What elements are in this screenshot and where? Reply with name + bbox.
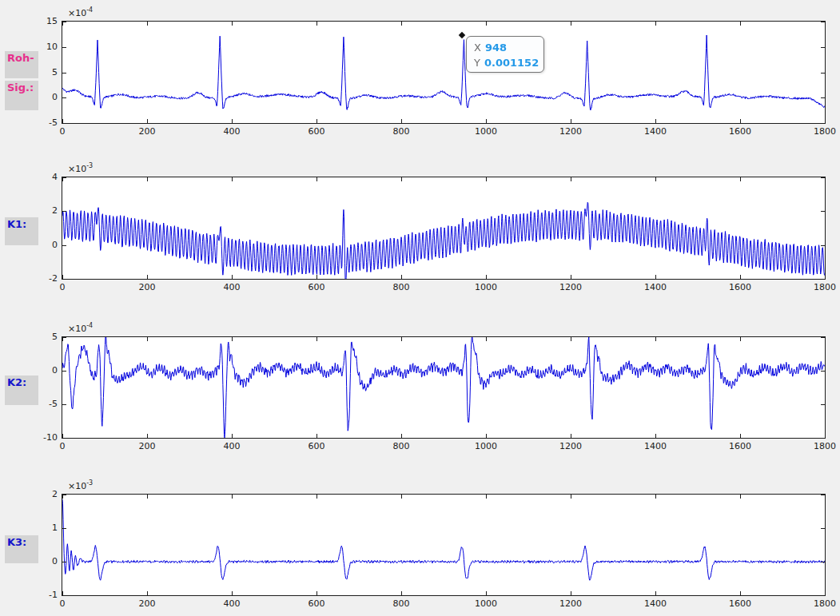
x-tick-label: 200 bbox=[128, 598, 166, 609]
plot-k2[interactable] bbox=[62, 336, 826, 439]
x-tick-label: 1800 bbox=[806, 282, 840, 292]
datatip-x-row: X948 bbox=[474, 40, 543, 55]
y-tick-label: -10 bbox=[18, 432, 58, 443]
x-tick-label: 600 bbox=[297, 598, 336, 609]
x-tick-label: 200 bbox=[128, 126, 166, 137]
y-tick-label: 1 bbox=[18, 523, 58, 533]
waveform-canvas-k2[interactable] bbox=[62, 337, 825, 438]
waveform-canvas-roh-sig[interactable] bbox=[62, 22, 825, 123]
x-tick-label: 1000 bbox=[467, 282, 505, 292]
datatip-y-row: Y0.001152 bbox=[474, 55, 543, 70]
x-tick-label: 200 bbox=[128, 441, 166, 451]
x-tick-label: 1400 bbox=[636, 441, 675, 451]
x-tick-label: 1400 bbox=[636, 598, 675, 609]
y-tick-label: -2 bbox=[18, 273, 58, 284]
y-tick-label: -5 bbox=[18, 399, 58, 409]
x-tick-label: 1800 bbox=[806, 441, 840, 451]
plot-roh-sig[interactable] bbox=[62, 21, 826, 124]
x-tick-label: 400 bbox=[213, 282, 251, 292]
x-tick-label: 800 bbox=[382, 441, 420, 451]
y-tick-label: -1 bbox=[18, 590, 58, 600]
y-axis-exponent-k1: ×10-3 bbox=[68, 162, 93, 174]
waveform-canvas-k3[interactable] bbox=[62, 495, 825, 595]
y-tick-label: 4 bbox=[18, 172, 58, 182]
datatip-tooltip[interactable]: X948 Y0.001152 bbox=[466, 36, 544, 73]
x-tick-label: 1200 bbox=[551, 598, 590, 609]
x-tick-label: 1800 bbox=[806, 598, 840, 609]
y-axis-exponent-k2: ×10-4 bbox=[68, 322, 93, 334]
y-tick-label: 10 bbox=[18, 42, 58, 52]
y-tick-label: 2 bbox=[18, 205, 58, 216]
x-tick-label: 1000 bbox=[467, 441, 505, 451]
waveform-canvas-k1[interactable] bbox=[62, 177, 825, 279]
y-axis-exponent-roh: ×10-4 bbox=[68, 6, 93, 18]
x-tick-label: 400 bbox=[213, 598, 251, 609]
x-tick-label: 1400 bbox=[636, 126, 675, 137]
y-tick-label: 5 bbox=[18, 332, 58, 342]
x-tick-label: 600 bbox=[297, 282, 336, 292]
y-tick-label: 15 bbox=[18, 16, 58, 26]
x-tick-label: 1200 bbox=[551, 441, 590, 451]
plot-k3[interactable] bbox=[62, 494, 826, 596]
x-tick-label: 600 bbox=[297, 126, 336, 137]
y-axis-exponent-k3: ×10-3 bbox=[68, 479, 93, 491]
x-tick-label: 1600 bbox=[721, 441, 759, 451]
x-tick-label: 400 bbox=[213, 126, 251, 137]
y-tick-label: 0 bbox=[18, 92, 58, 102]
x-tick-label: 1400 bbox=[636, 282, 675, 292]
x-tick-label: 1200 bbox=[551, 282, 590, 292]
plot-k1[interactable] bbox=[62, 177, 826, 280]
x-tick-label: 800 bbox=[382, 282, 420, 292]
x-tick-label: 800 bbox=[382, 126, 420, 137]
y-tick-label: 5 bbox=[18, 67, 58, 77]
x-tick-label: 200 bbox=[128, 282, 166, 292]
y-tick-label: 0 bbox=[18, 240, 58, 250]
x-tick-label: 1600 bbox=[721, 282, 759, 292]
x-tick-label: 1200 bbox=[551, 126, 590, 137]
x-tick-label: 1000 bbox=[467, 126, 505, 137]
x-tick-label: 1600 bbox=[721, 126, 759, 137]
y-tick-label: -5 bbox=[18, 117, 58, 128]
y-tick-label: 0 bbox=[18, 365, 58, 376]
x-tick-label: 600 bbox=[297, 441, 336, 451]
x-tick-label: 400 bbox=[213, 441, 251, 451]
x-tick-label: 800 bbox=[382, 598, 420, 609]
y-tick-label: 0 bbox=[18, 556, 58, 566]
x-tick-label: 1800 bbox=[806, 126, 840, 137]
matlab-figure-window: Roh- Sig.: K1: K2: K3: ×10-4 ×10-3 ×10-4… bbox=[0, 0, 840, 616]
y-tick-label: 2 bbox=[18, 489, 58, 499]
x-tick-label: 1000 bbox=[467, 598, 505, 609]
x-tick-label: 1600 bbox=[721, 598, 759, 609]
